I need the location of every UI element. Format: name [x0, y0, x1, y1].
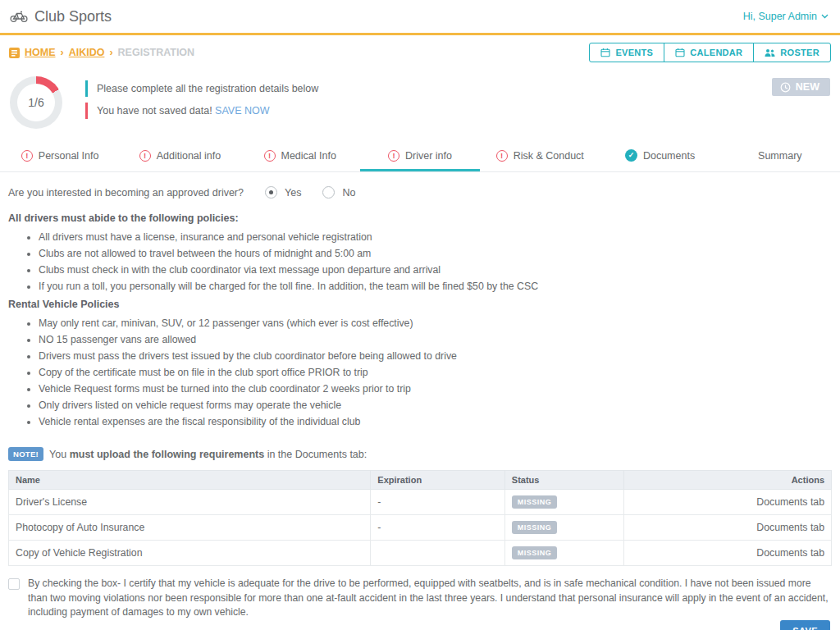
note-badge: NOTE!: [8, 447, 43, 461]
upload-note: NOTE! You must upload the following requ…: [8, 447, 832, 461]
tab-summary[interactable]: Summary: [720, 142, 840, 171]
policies-list: All drivers must have a license, insuran…: [27, 232, 832, 292]
breadcrumb: HOME › AIKIDO › REGISTRATION: [9, 47, 194, 58]
error-icon: [264, 150, 276, 162]
tab-documents[interactable]: Documents: [600, 142, 719, 171]
radio-no-label: No: [342, 187, 355, 199]
error-icon: [388, 150, 399, 162]
policy-item: Vehicle Request forms must be turned int…: [39, 384, 832, 395]
people-icon: [765, 48, 775, 57]
policy-item: Only drivers listed on vehicle request f…: [39, 400, 832, 411]
brand: Club Sports: [10, 8, 112, 25]
error-icon: [496, 150, 508, 162]
progress-label: 1/6: [17, 84, 55, 121]
bicycle-icon: [10, 11, 28, 23]
rental-policies-list: May only rent car, minivan, SUV, or 12 p…: [27, 318, 832, 427]
table-row: Copy of Vehicle Registration MISSING Doc…: [9, 541, 832, 566]
table-row: Photocopy of Auto Insurance - MISSING Do…: [9, 515, 832, 541]
status-badge: MISSING: [512, 495, 558, 509]
tab-risk-conduct[interactable]: Risk & Conduct: [480, 142, 600, 171]
column-header-expiration: Expiration: [371, 471, 504, 490]
roster-button[interactable]: ROSTER: [753, 43, 831, 62]
rental-policies-heading: Rental Vehicle Policies: [8, 299, 832, 310]
policy-item: Clubs must check in with the club coordi…: [39, 265, 832, 276]
wizard-tabs: Personal Info Additional info Medical In…: [0, 142, 840, 172]
requirement-status: MISSING: [504, 515, 623, 541]
progress-donut: 1/6: [10, 76, 62, 129]
calendar-icon: [675, 48, 685, 57]
table-header-row: Name Expiration Status Actions: [9, 471, 832, 490]
policy-item: Copy of the certificate must be on file …: [39, 368, 832, 378]
registration-icon: [9, 48, 20, 58]
requirement-expiration: -: [371, 490, 504, 515]
requirement-status: MISSING: [504, 490, 623, 515]
toolbar-button-group: EVENTS CALENDAR ROSTER: [589, 43, 831, 62]
radio-yes[interactable]: [265, 186, 277, 199]
tab-label: Additional info: [157, 150, 221, 162]
calendar-button[interactable]: CALENDAR: [664, 43, 754, 62]
error-icon: [139, 150, 151, 162]
calendar-icon: [600, 48, 610, 57]
requirement-status: MISSING: [504, 541, 623, 566]
progress-section: 1/6 Please complete all the registration…: [0, 68, 840, 130]
check-icon: [625, 149, 637, 162]
requirement-name: Driver's License: [9, 490, 371, 515]
save-now-link[interactable]: SAVE NOW: [215, 105, 269, 116]
user-menu-label: Hi, Super Admin: [743, 11, 817, 22]
status-badge: MISSING: [512, 546, 558, 559]
unsaved-alert: You have not saved data! SAVE NOW: [85, 103, 318, 119]
breadcrumb-current: REGISTRATION: [118, 47, 195, 58]
tab-label: Medical Info: [281, 150, 336, 162]
alert-messages: Please complete all the registration det…: [85, 80, 318, 125]
breadcrumb-toolbar-row: HOME › AIKIDO › REGISTRATION EVENTS: [0, 35, 840, 68]
requirement-expiration: [371, 541, 504, 566]
tab-medical-info[interactable]: Medical Info: [240, 142, 360, 171]
breadcrumb-home-link[interactable]: HOME: [25, 47, 56, 58]
policies-heading: All drivers must abide to the following …: [8, 212, 832, 224]
breadcrumb-club-link[interactable]: AIKIDO: [69, 47, 105, 58]
note-text-post: in the Documents tab:: [267, 449, 368, 460]
radio-option-yes[interactable]: Yes: [265, 186, 301, 199]
requirement-action-link[interactable]: Documents tab: [624, 515, 832, 541]
breadcrumb-separator: ›: [61, 47, 64, 58]
user-menu[interactable]: Hi, Super Admin: [743, 11, 829, 22]
new-button[interactable]: NEW: [772, 78, 830, 96]
requirement-action-link[interactable]: Documents tab: [624, 490, 832, 515]
unsaved-alert-text: You have not saved data!: [97, 105, 212, 116]
tab-personal-info[interactable]: Personal Info: [0, 142, 120, 171]
radio-option-no[interactable]: No: [322, 186, 355, 199]
calendar-button-label: CALENDAR: [690, 48, 742, 57]
note-text-pre: You: [49, 449, 66, 460]
approved-driver-question-row: Are you interested in becoming an approv…: [8, 186, 832, 199]
clock-icon: [780, 82, 791, 93]
page: Club Sports Hi, Super Admin HOME: [0, 0, 840, 630]
app-header: Club Sports Hi, Super Admin: [0, 0, 840, 35]
save-button[interactable]: SAVE: [780, 620, 830, 630]
certification-checkbox[interactable]: [8, 578, 20, 590]
radio-yes-label: Yes: [285, 187, 301, 199]
chevron-down-icon: [821, 14, 829, 19]
radio-no[interactable]: [322, 186, 335, 199]
column-header-status: Status: [504, 471, 623, 490]
requirement-action-link[interactable]: Documents tab: [624, 541, 832, 566]
tab-label: Documents: [643, 150, 695, 162]
policy-item: NO 15 passenger vans are allowed: [39, 335, 832, 345]
policy-item: Vehicle rental expenses are the fiscal r…: [39, 417, 832, 427]
brand-title: Club Sports: [34, 8, 112, 25]
events-button[interactable]: EVENTS: [589, 43, 664, 62]
tab-driver-info[interactable]: Driver info: [360, 142, 480, 171]
events-button-label: EVENTS: [615, 48, 653, 57]
policy-item: Clubs are not allowed to travel between …: [39, 249, 832, 259]
note-text-bold: must upload the following requirements: [70, 449, 265, 460]
policy-item: If you run a toll, you personally will b…: [39, 281, 832, 292]
requirement-expiration: -: [371, 515, 504, 541]
info-alert: Please complete all the registration det…: [85, 80, 318, 97]
tab-additional-info[interactable]: Additional info: [120, 142, 240, 171]
policy-item: May only rent car, minivan, SUV, or 12 p…: [39, 318, 832, 329]
breadcrumb-separator: ›: [109, 47, 112, 58]
driver-info-panel: Are you interested in becoming an approv…: [0, 172, 840, 620]
certification-row: By checking the box- I certify that my v…: [8, 577, 832, 620]
tab-label: Risk & Conduct: [514, 150, 584, 162]
roster-button-label: ROSTER: [780, 48, 819, 57]
footer: SAVE: [0, 620, 840, 630]
